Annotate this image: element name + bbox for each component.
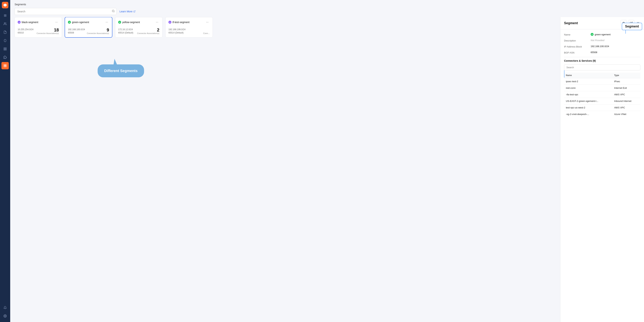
cell-name: inet-conn — [564, 85, 612, 91]
detail-value-name: green-sgement — [591, 33, 640, 36]
bubble-callout: Different Segments — [98, 64, 144, 77]
sidebar-item-segments[interactable] — [2, 62, 9, 69]
cell-type: AWS VPC — [612, 104, 640, 111]
svg-rect-8 — [4, 66, 5, 67]
detail-value-ip: 192.168.100.0/24 — [591, 45, 640, 48]
svg-line-12 — [114, 12, 114, 12]
svg-marker-1 — [4, 39, 6, 42]
card-title: black-segment — [22, 21, 38, 24]
detail-label-description: Description — [564, 39, 588, 42]
close-button[interactable]: ✕ — [636, 20, 640, 26]
svg-point-0 — [4, 22, 5, 24]
card-subnet: 192.168.199.0/2465514 (Default) — [168, 28, 186, 34]
table-row: -ifa-test-vpc AWS VPC — [564, 91, 640, 98]
card-menu-button[interactable]: ··· — [104, 20, 109, 24]
left-area: black-segment ··· 10.255.254.0/2465010 1… — [10, 17, 560, 322]
logo[interactable] — [2, 2, 8, 8]
detail-label-ip: IP Address Block — [564, 45, 588, 48]
edit-button[interactable] — [628, 20, 634, 26]
card-count-number: 2 — [137, 28, 159, 32]
sidebar-item-network[interactable] — [2, 37, 9, 44]
sidebar-item-home[interactable]: ⊞ — [2, 12, 9, 19]
connectors-section-title: Connectors & Services (9) — [564, 59, 640, 62]
search-icon[interactable] — [112, 10, 115, 13]
svg-rect-5 — [4, 49, 5, 50]
sidebar-item-settings[interactable] — [2, 312, 9, 320]
content-wrapper: black-segment ··· 10.255.254.0/2465010 1… — [10, 17, 644, 322]
table-row: test-vpc-us-west-2 AWS VPC — [564, 104, 640, 111]
col-header-type: Type — [612, 73, 640, 78]
table-row: US-EAST-2-green-sgement-I... Inbound Int… — [564, 98, 640, 104]
svg-point-10 — [5, 316, 6, 317]
cell-type: Internet Exit — [612, 85, 640, 91]
sidebar-item-puzzle[interactable] — [2, 54, 9, 61]
svg-rect-2 — [4, 48, 5, 48]
delete-button[interactable] — [620, 20, 627, 26]
globe-icon — [591, 33, 594, 36]
detail-label-bgp: BGP ASN — [564, 51, 588, 54]
table-row: -sg-2-vnet-deepesh-... Azure VNet — [564, 111, 640, 117]
col-header-name: Name — [564, 73, 612, 78]
sidebar-item-users[interactable] — [2, 20, 9, 27]
card-count-label: Connector Association(s) — [36, 32, 59, 34]
segment-card-black[interactable]: black-segment ··· 10.255.254.0/2465010 1… — [14, 17, 62, 37]
cards-area: black-segment ··· 10.255.254.0/2465010 1… — [10, 17, 560, 322]
panel-body: Name green-sgement Description Not Provi… — [560, 29, 644, 322]
sidebar-item-document[interactable] — [2, 28, 9, 36]
svg-line-13 — [134, 11, 135, 12]
connectors-search-input[interactable] — [564, 64, 640, 70]
cell-name: US-EAST-2-green-sgement-I... — [564, 98, 612, 104]
card-menu-button[interactable]: ··· — [155, 20, 159, 24]
panel-title: Segment — [564, 21, 578, 25]
sidebar-item-bell[interactable] — [2, 304, 9, 311]
cards-row: black-segment ··· 10.255.254.0/2465010 1… — [14, 17, 556, 37]
svg-point-11 — [112, 10, 114, 12]
search-input-wrap — [14, 8, 116, 15]
card-menu-button[interactable]: ··· — [54, 20, 59, 24]
cell-type: Inbound Internet — [612, 98, 640, 104]
cell-type: IPsec — [612, 78, 640, 85]
card-header: yellow-segment ··· — [118, 20, 159, 24]
cell-name: test-vpc-us-west-2 — [564, 104, 612, 111]
panel-header-actions: ✕ — [620, 20, 640, 26]
detail-value-bgp: 65508 — [591, 51, 640, 54]
segment-card-yellow[interactable]: yellow-segment ··· 172.16.12.0/2465514 (… — [115, 17, 162, 37]
detail-row-description: Description Not Provided — [564, 39, 640, 42]
learn-more-link[interactable]: Learn More — [120, 10, 136, 13]
tooltip-bubble: Different Segments — [98, 64, 144, 77]
card-header: black-segment ··· — [18, 20, 59, 24]
svg-rect-9 — [5, 66, 6, 67]
globe-icon-green — [118, 21, 121, 24]
sidebar: ⊞ — [0, 0, 10, 322]
card-count-number: 9 — [87, 28, 109, 32]
detail-value-description: Not Provided — [591, 39, 640, 42]
segment-card-tftest[interactable]: tf-test-segment ··· 192.168.199.0/246551… — [165, 17, 213, 37]
card-subnet: 192.168.100.0/2465508 — [68, 28, 85, 34]
globe-icon-purple — [168, 21, 172, 24]
main-content: Segments Learn More b — [10, 0, 644, 322]
card-count-number: 18 — [36, 28, 59, 32]
card-subnet: 10.255.254.0/2465010 — [18, 28, 34, 34]
connectors-tbody: ipsec-test-2 IPsec inet-conn Internet Ex… — [564, 78, 640, 117]
svg-rect-4 — [6, 49, 6, 50]
search-input[interactable] — [14, 8, 116, 15]
table-row: ipsec-test-2 IPsec — [564, 78, 640, 85]
right-panel: Segment ✕ Segment — [560, 17, 644, 322]
table-row: inet-conn Internet Exit — [564, 85, 640, 91]
sidebar-item-grid[interactable] — [2, 45, 9, 52]
panel-header: Segment ✕ — [560, 17, 644, 29]
card-menu-button[interactable]: ··· — [205, 20, 210, 24]
cell-name: ipsec-test-2 — [564, 78, 612, 85]
card-title: green-sgement — [72, 21, 89, 24]
segment-card-green[interactable]: green-sgement ··· 192.168.100.0/2465508 … — [65, 17, 112, 37]
card-title: yellow-segment — [122, 21, 140, 24]
detail-row-name: Name green-sgement — [564, 33, 640, 36]
card-count-label: Conn... — [203, 32, 210, 34]
globe-icon-purple — [18, 21, 20, 24]
svg-rect-3 — [6, 48, 6, 48]
cell-type: Azure VNet — [612, 111, 640, 117]
svg-rect-6 — [4, 64, 5, 65]
card-title: tf-test-segment — [172, 21, 190, 24]
connectors-table: Name Type ipsec-test-2 IPsec inet-conn I… — [564, 73, 640, 117]
card-count-label: Connector Association(s) — [137, 32, 159, 34]
